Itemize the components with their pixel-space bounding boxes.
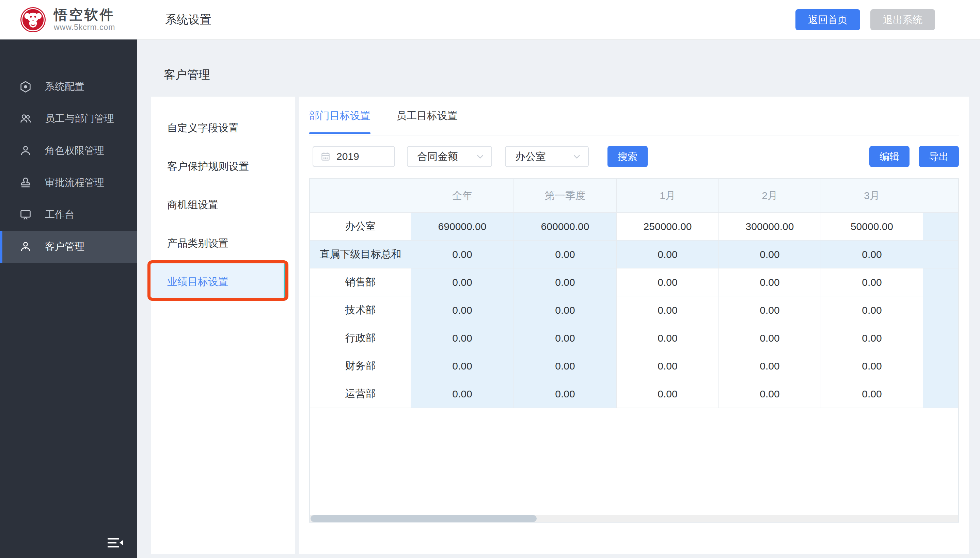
value-cell: 0.00 bbox=[821, 296, 923, 324]
topbar: 悟空软件 www.5kcrm.com 系统设置 返回首页 退出系统 bbox=[0, 0, 980, 39]
value-cell: 0.00 bbox=[821, 380, 923, 408]
sidebar: 系统配置 员工与部门管理 bbox=[0, 39, 137, 558]
settings-nav-item-custom-fields[interactable]: 自定义字段设置 bbox=[151, 109, 286, 147]
header-cell-year: 全年 bbox=[411, 179, 514, 213]
export-button[interactable]: 导出 bbox=[919, 146, 959, 167]
brand-text: 悟空软件 www.5kcrm.com bbox=[54, 8, 115, 32]
value-cell: 0.00 bbox=[719, 296, 821, 324]
value-cell-clipped bbox=[923, 296, 958, 324]
search-button[interactable]: 搜索 bbox=[608, 146, 648, 167]
settings-nav-label: 商机组设置 bbox=[167, 198, 218, 212]
value-cell: 0.00 bbox=[514, 268, 617, 296]
brand-name: 悟空软件 bbox=[54, 8, 115, 22]
value-cell: 0.00 bbox=[411, 241, 514, 268]
table-row: 办公室 690000.00 600000.00 250000.00 300000… bbox=[310, 213, 958, 241]
row-label-cell: 办公室 bbox=[310, 213, 411, 241]
table-row: 技术部 0.00 0.00 0.00 0.00 0.00 bbox=[310, 296, 958, 324]
table-row: 财务部 0.00 0.00 0.00 0.00 0.00 bbox=[310, 352, 958, 380]
value-cell: 0.00 bbox=[617, 268, 719, 296]
sidebar-item-workbench[interactable]: 工作台 bbox=[0, 199, 137, 231]
department-select[interactable]: 办公室 bbox=[505, 146, 589, 167]
table-header-row: 全年 第一季度 1月 2月 3月 bbox=[310, 179, 958, 213]
sidebar-nav: 系统配置 员工与部门管理 bbox=[0, 39, 137, 263]
row-label-cell: 直属下级目标总和 bbox=[310, 241, 411, 268]
value-cell: 300000.00 bbox=[719, 213, 821, 241]
value-cell: 0.00 bbox=[821, 268, 923, 296]
value-cell-clipped bbox=[923, 268, 958, 296]
header-cell-q1: 第一季度 bbox=[514, 179, 617, 213]
settings-nav-label: 客户保护规则设置 bbox=[167, 159, 249, 174]
value-cell: 0.00 bbox=[514, 296, 617, 324]
content-area: 客户管理 自定义字段设置 客户保护规则设置 商机组设置 产品类别设置 业绩目标设… bbox=[137, 39, 980, 558]
customer-icon bbox=[19, 240, 32, 253]
row-label-cell: 行政部 bbox=[310, 324, 411, 352]
value-cell: 0.00 bbox=[514, 324, 617, 352]
value-cell: 0.00 bbox=[514, 380, 617, 408]
sidebar-item-approval-flow[interactable]: 审批流程管理 bbox=[0, 167, 137, 199]
settings-nav-item-product-category[interactable]: 产品类别设置 bbox=[151, 224, 286, 263]
value-cell-clipped bbox=[923, 213, 958, 241]
header-cell-mar: 3月 bbox=[821, 179, 923, 213]
settings-nav-item-opportunity-group[interactable]: 商机组设置 bbox=[151, 186, 286, 224]
settings-hexagon-icon bbox=[19, 80, 32, 93]
brand-logo[interactable]: 悟空软件 www.5kcrm.com bbox=[20, 7, 115, 33]
sidebar-item-label: 员工与部门管理 bbox=[45, 112, 114, 126]
logout-button[interactable]: 退出系统 bbox=[870, 9, 935, 30]
value-cell-clipped bbox=[923, 241, 958, 268]
active-indicator-bar bbox=[284, 264, 286, 300]
monkey-logo-icon bbox=[20, 7, 46, 33]
sidebar-item-system-config[interactable]: 系统配置 bbox=[0, 71, 137, 103]
year-select[interactable] bbox=[313, 146, 395, 167]
department-select-value: 办公室 bbox=[515, 150, 546, 164]
value-cell: 50000.00 bbox=[821, 213, 923, 241]
value-cell: 250000.00 bbox=[617, 213, 719, 241]
sidebar-item-label: 审批流程管理 bbox=[45, 176, 104, 190]
topbar-actions: 返回首页 退出系统 bbox=[796, 9, 935, 30]
back-home-button[interactable]: 返回首页 bbox=[796, 9, 860, 30]
value-cell: 0.00 bbox=[411, 268, 514, 296]
value-cell: 0.00 bbox=[617, 296, 719, 324]
horizontal-scrollbar-thumb[interactable] bbox=[311, 515, 537, 522]
chevron-down-icon bbox=[475, 151, 485, 162]
sidebar-item-role-permission[interactable]: 角色权限管理 bbox=[0, 135, 137, 167]
value-cell: 0.00 bbox=[821, 241, 923, 268]
settings-nav-item-performance-goal[interactable]: 业绩目标设置 bbox=[151, 263, 286, 301]
value-cell: 0.00 bbox=[411, 352, 514, 380]
table-row: 行政部 0.00 0.00 0.00 0.00 0.00 bbox=[310, 324, 958, 352]
sidebar-item-customer-management[interactable]: 客户管理 bbox=[0, 231, 137, 263]
year-input[interactable] bbox=[336, 150, 388, 162]
goal-table: 全年 第一季度 1月 2月 3月 办公室 690000.00 600000.0 bbox=[310, 179, 958, 408]
horizontal-scrollbar-track bbox=[310, 515, 958, 522]
metric-select[interactable]: 合同金额 bbox=[407, 146, 492, 167]
section-title: 系统设置 bbox=[165, 12, 211, 28]
filter-toolbar: 合同金额 办公室 搜索 编辑 导出 bbox=[309, 146, 959, 167]
value-cell: 0.00 bbox=[821, 352, 923, 380]
settings-nav-item-customer-protection[interactable]: 客户保护规则设置 bbox=[151, 147, 286, 186]
employees-departments-icon bbox=[19, 112, 32, 125]
header-cell-clipped bbox=[923, 179, 958, 213]
header-cell-label bbox=[310, 179, 411, 213]
menu-fold-icon bbox=[108, 538, 123, 548]
value-cell: 0.00 bbox=[411, 380, 514, 408]
calendar-icon bbox=[320, 151, 331, 162]
row-label-cell: 销售部 bbox=[310, 268, 411, 296]
app-root: 悟空软件 www.5kcrm.com 系统设置 返回首页 退出系统 系统配置 bbox=[0, 0, 980, 558]
value-cell: 0.00 bbox=[719, 268, 821, 296]
sidebar-item-employees-departments[interactable]: 员工与部门管理 bbox=[0, 103, 137, 135]
value-cell: 0.00 bbox=[514, 241, 617, 268]
tab-employee-goal[interactable]: 员工目标设置 bbox=[396, 97, 458, 135]
sidebar-item-label: 客户管理 bbox=[45, 240, 84, 253]
value-cell-clipped bbox=[923, 352, 958, 380]
value-cell: 0.00 bbox=[617, 241, 719, 268]
value-cell-clipped bbox=[923, 324, 958, 352]
tab-department-goal[interactable]: 部门目标设置 bbox=[309, 97, 371, 135]
value-cell: 0.00 bbox=[617, 352, 719, 380]
value-cell-clipped bbox=[923, 380, 958, 408]
approval-stamp-icon bbox=[19, 176, 32, 189]
row-label-cell: 运营部 bbox=[310, 380, 411, 408]
edit-button[interactable]: 编辑 bbox=[869, 146, 909, 167]
sidebar-collapse-button[interactable] bbox=[108, 538, 123, 548]
value-cell: 0.00 bbox=[719, 352, 821, 380]
value-cell: 690000.00 bbox=[411, 213, 514, 241]
value-cell: 600000.00 bbox=[514, 213, 617, 241]
